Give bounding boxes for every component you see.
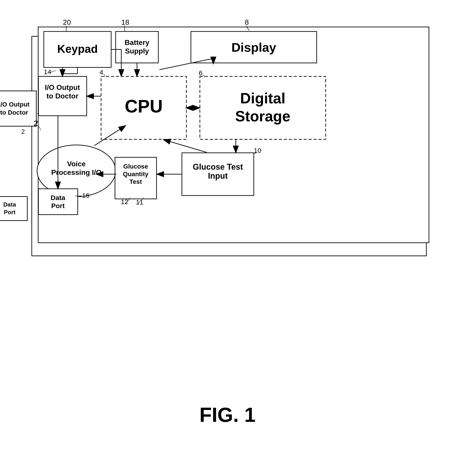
battery-text-1: Battery [125,38,149,47]
dataport-text-1: Data [50,194,65,201]
gqt-text-3: Test [129,178,142,185]
ref-16: —16 [75,192,89,199]
gti-text-2: Input [208,171,228,180]
gqt-text-2: Quantity [123,171,148,177]
ref-11: 11 [136,199,143,206]
ref-14: 14 [44,68,51,75]
io-text-2: to Doctor [47,92,78,100]
ref-num-18: 18 [121,18,129,26]
keypad-text: Keypad [57,43,98,55]
digital-text-2: Storage [235,108,290,125]
ref-4: 4 [99,68,103,76]
ref-num-20: 20 [63,18,71,26]
gti-text-1: Glucose Test [193,162,243,171]
figure-label: FIG. 1 [199,403,256,426]
dataport-text-2: Port [51,202,65,209]
ref-num-8: 8 [245,18,249,26]
ref-6: 6 [199,69,203,77]
ref-2: 2 [34,119,38,127]
voice-text-2: Processing I/O [51,168,102,176]
svg-rect-31 [38,189,78,215]
digital-text-1: Digital [240,90,285,107]
io-text-1: I/O Output [45,83,80,92]
battery-text-2: Supply [125,47,149,55]
cpu-text: CPU [125,96,163,116]
display-text: Display [231,40,276,54]
main-diagram-svg: 20 18 8 Keypad Battery Supply Display CP… [11,14,442,261]
voice-text-1: Voice [67,160,86,168]
gqt-text-1: Glucose [123,163,148,170]
